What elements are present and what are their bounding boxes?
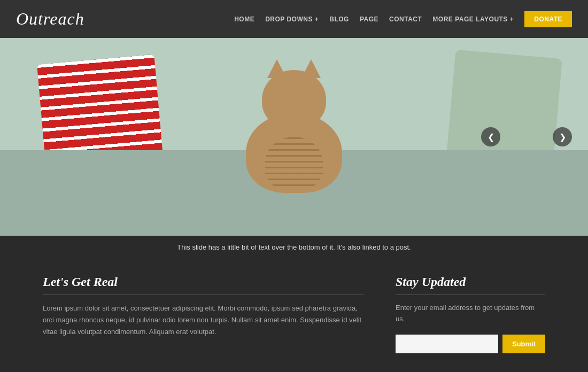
nav-contact[interactable]: CONTACT [389,15,422,23]
cat-ear-left [267,59,287,78]
right-column: Stay Updated Enter your email address to… [396,275,545,353]
nav-page[interactable]: PAGE [360,15,378,23]
left-section-body: Lorem ipsum dolor sit amet, consectetuer… [43,303,363,338]
nav-dropdowns[interactable]: DROP DOWNS + [265,15,319,23]
nav-blog[interactable]: BLOG [329,15,349,23]
slider-prev-button[interactable]: ❮ [481,127,500,146]
main-nav: HOME DROP DOWNS + BLOG PAGE CONTACT MORE… [234,11,572,27]
left-column: Let's Get Real Lorem ipsum dolor sit ame… [43,275,363,353]
cat-ear-right [301,59,321,78]
header: Outreach HOME DROP DOWNS + BLOG PAGE CON… [0,0,588,38]
right-section-title: Stay Updated [396,275,545,295]
content-section: Let's Get Real Lorem ipsum dolor sit ame… [0,259,588,372]
cat-head [262,70,326,129]
nav-home[interactable]: HOME [234,15,254,23]
donate-button[interactable]: DONATE [524,11,572,27]
site-logo[interactable]: Outreach [16,9,84,29]
slider-caption: This slide has a little bit of text over… [0,236,588,259]
caption-text: This slide has a little bit of text over… [177,243,411,251]
stay-updated-description: Enter your email address to get updates … [396,303,545,325]
slider-next-button[interactable]: ❯ [553,127,572,146]
nav-more-layouts[interactable]: MORE PAGE LAYOUTS + [432,15,514,23]
left-section-title: Let's Get Real [43,275,363,295]
slider-image: ❮ ❯ [0,38,588,236]
cat-stripes [265,137,323,190]
email-form-row: Submit [396,335,545,353]
submit-button[interactable]: Submit [502,335,545,353]
email-input[interactable] [396,335,498,353]
slider: ❮ ❯ This slide has a little bit of text … [0,38,588,259]
